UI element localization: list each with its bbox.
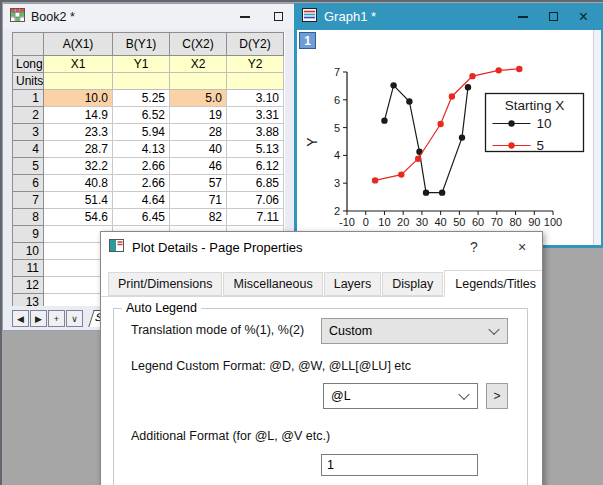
data-cell[interactable]: 7.11 bbox=[227, 209, 284, 226]
data-cell[interactable]: 5.94 bbox=[113, 124, 170, 141]
row-label[interactable]: Units bbox=[13, 73, 44, 90]
row-number[interactable]: 8 bbox=[13, 209, 44, 226]
label-cell[interactable] bbox=[113, 73, 170, 90]
dialog-titlebar[interactable]: Plot Details - Page Properties ? × bbox=[101, 232, 542, 262]
minimize-icon[interactable] bbox=[518, 16, 528, 18]
label-cell[interactable]: Y1 bbox=[113, 56, 170, 73]
graph-plot[interactable]: -100102030405060708090100234567Starting … bbox=[297, 30, 601, 245]
graph1-window-title: Graph1 * bbox=[324, 9, 376, 24]
data-cell[interactable]: 4.64 bbox=[113, 192, 170, 209]
sheet-prev-button[interactable]: ◀ bbox=[12, 310, 29, 327]
row-number[interactable]: 2 bbox=[13, 107, 44, 124]
row-number[interactable]: 11 bbox=[13, 260, 44, 277]
data-cell[interactable]: 82 bbox=[170, 209, 227, 226]
data-cell[interactable]: 6.45 bbox=[113, 209, 170, 226]
data-cell[interactable]: 54.6 bbox=[44, 209, 113, 226]
data-cell[interactable]: 71 bbox=[170, 192, 227, 209]
additional-format-input[interactable] bbox=[321, 454, 478, 476]
row-number[interactable]: 9 bbox=[13, 226, 44, 243]
row-number[interactable]: 7 bbox=[13, 192, 44, 209]
sheet-tab-bar: ◀▶+∨S bbox=[12, 308, 109, 327]
minimize-icon[interactable] bbox=[240, 16, 250, 18]
label-cell[interactable] bbox=[227, 73, 284, 90]
tab-print-dimensions[interactable]: Print/Dimensions bbox=[108, 272, 222, 296]
column-header[interactable]: A(X1) bbox=[44, 33, 113, 56]
label-cell[interactable] bbox=[44, 73, 113, 90]
data-cell[interactable]: 23.3 bbox=[44, 124, 113, 141]
worksheet-data-row: 640.82.66576.85 bbox=[13, 175, 284, 192]
data-cell[interactable]: 3.31 bbox=[227, 107, 284, 124]
data-cell[interactable]: 2.66 bbox=[113, 175, 170, 192]
data-cell[interactable]: 51.4 bbox=[44, 192, 113, 209]
graph1-titlebar[interactable]: Graph1 * × bbox=[297, 3, 601, 30]
worksheet-data-row: 323.35.94283.88 bbox=[13, 124, 284, 141]
data-cell[interactable]: 6.12 bbox=[227, 158, 284, 175]
row-number[interactable]: 12 bbox=[13, 277, 44, 294]
data-cell[interactable]: 5.25 bbox=[113, 90, 170, 107]
origin-workspace: Book2 * A(X1)B(Y1)C(X2)D(Y2)LongX1Y1X2Y2… bbox=[0, 0, 603, 485]
label-cell[interactable] bbox=[170, 73, 227, 90]
column-header[interactable]: C(X2) bbox=[170, 33, 227, 56]
row-number[interactable]: 13 bbox=[13, 294, 44, 307]
y-tick-label: 6 bbox=[334, 94, 340, 106]
tab-layers[interactable]: Layers bbox=[324, 272, 382, 296]
close-icon[interactable]: × bbox=[502, 232, 542, 262]
data-point bbox=[381, 117, 387, 123]
data-cell[interactable]: 7.06 bbox=[227, 192, 284, 209]
row-number[interactable]: 1 bbox=[13, 90, 44, 107]
worksheet-data-row: 214.96.52193.31 bbox=[13, 107, 284, 124]
help-button[interactable]: ? bbox=[454, 232, 494, 262]
close-icon[interactable]: × bbox=[579, 10, 588, 24]
graph-scrollbar[interactable] bbox=[593, 30, 601, 245]
y-tick-label: 4 bbox=[334, 149, 340, 161]
column-header[interactable]: D(Y2) bbox=[227, 33, 284, 56]
data-cell[interactable]: 28.7 bbox=[44, 141, 113, 158]
data-cell[interactable]: 28 bbox=[170, 124, 227, 141]
custom-format-value: @L bbox=[331, 389, 351, 403]
row-number[interactable]: 10 bbox=[13, 243, 44, 260]
data-cell[interactable]: 5.0 bbox=[170, 90, 227, 107]
data-cell[interactable]: 19 bbox=[170, 107, 227, 124]
tab-miscellaneous[interactable]: Miscellaneous bbox=[223, 272, 322, 296]
data-cell[interactable]: 32.2 bbox=[44, 158, 113, 175]
row-number[interactable]: 4 bbox=[13, 141, 44, 158]
custom-format-combo[interactable]: @L bbox=[323, 383, 478, 409]
column-header[interactable]: B(Y1) bbox=[113, 33, 170, 56]
row-number[interactable]: 3 bbox=[13, 124, 44, 141]
data-cell[interactable]: 46 bbox=[170, 158, 227, 175]
row-number[interactable]: 6 bbox=[13, 175, 44, 192]
data-cell[interactable]: 40.8 bbox=[44, 175, 113, 192]
label-cell[interactable]: X2 bbox=[170, 56, 227, 73]
data-cell[interactable]: 10.0 bbox=[44, 90, 113, 107]
tab-display[interactable]: Display bbox=[382, 272, 443, 296]
data-cell[interactable]: 2.66 bbox=[113, 158, 170, 175]
label-cell[interactable]: X1 bbox=[44, 56, 113, 73]
data-cell[interactable]: 14.9 bbox=[44, 107, 113, 124]
row-label[interactable]: Long bbox=[13, 56, 44, 73]
x-tick-label: 10 bbox=[378, 216, 390, 228]
data-cell[interactable]: 3.10 bbox=[227, 90, 284, 107]
sheet-list-button[interactable]: ∨ bbox=[66, 310, 83, 327]
data-cell[interactable]: 40 bbox=[170, 141, 227, 158]
add-sheet-button[interactable]: + bbox=[48, 310, 65, 327]
layer-1-badge[interactable]: 1 bbox=[299, 32, 316, 49]
data-cell[interactable]: 57 bbox=[170, 175, 227, 192]
custom-format-label: Legend Custom Format: @D, @W, @LL[@LU] e… bbox=[131, 359, 411, 373]
row-number[interactable]: 5 bbox=[13, 158, 44, 175]
worksheet-data-row: 854.66.45827.11 bbox=[13, 209, 284, 226]
book2-titlebar[interactable]: Book2 * bbox=[3, 4, 294, 29]
data-cell[interactable]: 4.13 bbox=[113, 141, 170, 158]
data-cell[interactable]: 5.13 bbox=[227, 141, 284, 158]
worksheet-corner-cell[interactable] bbox=[13, 33, 44, 56]
sheet-next-button[interactable]: ▶ bbox=[30, 310, 47, 327]
label-cell[interactable]: Y2 bbox=[227, 56, 284, 73]
maximize-icon[interactable] bbox=[274, 12, 283, 21]
translation-mode-dropdown[interactable]: Custom bbox=[321, 318, 508, 344]
tab-legends-titles[interactable]: Legends/Titles bbox=[444, 270, 543, 297]
expand-format-button[interactable]: > bbox=[486, 383, 508, 409]
data-cell[interactable]: 3.88 bbox=[227, 124, 284, 141]
maximize-icon[interactable] bbox=[549, 12, 558, 21]
x-tick-label: 40 bbox=[435, 216, 447, 228]
data-cell[interactable]: 6.52 bbox=[113, 107, 170, 124]
data-cell[interactable]: 6.85 bbox=[227, 175, 284, 192]
